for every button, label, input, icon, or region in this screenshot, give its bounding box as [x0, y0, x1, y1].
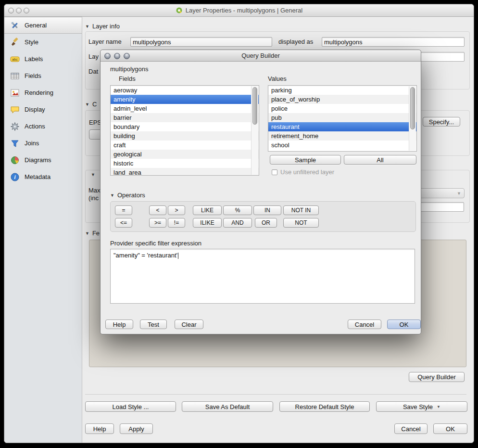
sidebar-item-metadata[interactable]: i Metadata — [4, 168, 82, 185]
window-titlebar: Layer Properties - multipolygons | Gener… — [4, 4, 474, 17]
speech-bubble-icon — [10, 105, 20, 115]
operator-in-button[interactable]: IN — [253, 205, 281, 215]
values-list-item[interactable]: place_of_worship — [268, 95, 416, 104]
clear-button[interactable]: Clear — [175, 320, 203, 329]
image-icon — [10, 88, 20, 98]
query-builder-button[interactable]: Query Builder — [409, 372, 465, 382]
save-as-default-button[interactable]: Save As Default — [182, 401, 273, 412]
fields-list-item[interactable]: barrier — [111, 113, 259, 122]
sidebar-item-joins[interactable]: Joins — [4, 135, 82, 152]
dialog-titlebar: Query Builder — [101, 50, 421, 62]
fields-list: aeroway amenity admin_level barrier boun… — [110, 85, 259, 176]
ok-button[interactable]: OK — [433, 423, 467, 434]
operator-lt-button[interactable]: < — [149, 205, 166, 215]
disclosure-triangle-icon[interactable]: ▼ — [85, 24, 89, 29]
fields-list-item[interactable]: admin_level — [111, 104, 259, 113]
filter-expression-textarea[interactable]: "amenity" = 'restaurant' — [110, 249, 415, 304]
qgis-logo-icon — [176, 7, 183, 14]
operator-ne-button[interactable]: != — [168, 218, 185, 228]
apply-button[interactable]: Apply — [120, 423, 153, 434]
dialog-close-button[interactable] — [104, 53, 111, 59]
values-list-item-selected[interactable]: restaurant — [268, 122, 416, 131]
layer-name-label: Layer name — [88, 37, 122, 47]
disclosure-triangle-icon[interactable]: ▼ — [110, 193, 114, 198]
values-list-item[interactable]: police — [268, 104, 416, 113]
dialog-cancel-button[interactable]: Cancel — [348, 320, 381, 329]
sidebar-item-labels[interactable]: abc Labels — [4, 51, 82, 67]
operator-ge-button[interactable]: >= — [149, 218, 166, 228]
operator-not-button[interactable]: NOT — [283, 218, 319, 228]
scrollbar-thumb[interactable] — [252, 87, 257, 125]
sidebar: General Style abc Labels Fields Renderin… — [4, 17, 82, 443]
operator-gt-button[interactable]: > — [168, 205, 185, 215]
specify-crs-button[interactable]: Specify... — [423, 117, 460, 127]
fields-list-item[interactable]: geological — [111, 150, 259, 159]
values-list-item[interactable]: parking — [268, 86, 416, 95]
close-button[interactable] — [8, 8, 14, 13]
operator-not-in-button[interactable]: NOT IN — [283, 205, 319, 215]
scrollbar-thumb[interactable] — [410, 87, 415, 129]
pie-chart-icon — [10, 155, 20, 165]
dialog-zoom-button[interactable] — [124, 53, 130, 59]
sidebar-item-fields[interactable]: Fields — [4, 67, 82, 84]
test-button[interactable]: Test — [140, 320, 167, 329]
values-list: parking place_of_worship police pub rest… — [268, 85, 417, 152]
operator-like-button[interactable]: LIKE — [193, 205, 222, 215]
operator-or-button[interactable]: OR — [255, 218, 277, 228]
operators-panel: = < > LIKE % IN NOT IN <= >= != ILIKE AN… — [110, 201, 416, 232]
operator-ilike-button[interactable]: ILIKE — [193, 218, 222, 228]
disclosure-triangle-icon[interactable]: ▼ — [85, 231, 89, 236]
all-button[interactable]: All — [344, 155, 416, 165]
sidebar-item-diagrams[interactable]: Diagrams — [4, 152, 82, 168]
text-caret — [178, 253, 178, 259]
sidebar-item-general[interactable]: General — [4, 17, 82, 34]
operator-eq-button[interactable]: = — [115, 205, 132, 215]
fields-list-item[interactable]: craft — [111, 141, 259, 150]
dialog-minimize-button[interactable] — [114, 53, 120, 59]
load-style-button[interactable]: Load Style ... — [85, 401, 176, 412]
values-scrollbar[interactable] — [409, 86, 416, 151]
cancel-button[interactable]: Cancel — [394, 423, 428, 434]
fields-list-item-selected[interactable]: amenity — [111, 95, 259, 104]
fields-scrollbar[interactable] — [251, 86, 258, 175]
sidebar-item-style[interactable]: Style — [4, 34, 82, 51]
layer-name-input[interactable] — [130, 37, 272, 47]
operator-percent-button[interactable]: % — [223, 205, 252, 215]
minimize-button[interactable] — [16, 8, 22, 13]
sidebar-item-actions[interactable]: Actions — [4, 118, 82, 135]
values-list-item[interactable]: pub — [268, 113, 416, 122]
fields-list-item[interactable]: aeroway — [111, 86, 259, 95]
use-unfiltered-label: Use unfiltered layer — [280, 168, 334, 176]
max-scale-label-fragment: Max — [88, 187, 101, 194]
operator-and-button[interactable]: AND — [223, 218, 252, 228]
chevron-down-icon: ▼ — [457, 191, 461, 196]
fields-list-item[interactable]: building — [111, 131, 259, 141]
sidebar-item-display[interactable]: Display — [4, 101, 82, 118]
fields-list-item[interactable]: land_area — [111, 168, 259, 176]
save-style-button[interactable]: Save Style ▼ — [376, 401, 467, 412]
layer-info-header: ▼ Layer info — [85, 23, 120, 30]
values-list-item[interactable]: school — [268, 141, 416, 150]
tools-icon — [10, 21, 20, 30]
sample-button[interactable]: Sample — [270, 155, 341, 165]
values-list-item[interactable]: retirement_home — [268, 131, 416, 141]
operator-le-button[interactable]: <= — [115, 218, 132, 228]
table-icon — [10, 71, 20, 81]
fields-list-item[interactable]: historic — [111, 159, 259, 168]
use-unfiltered-checkbox[interactable] — [272, 169, 277, 175]
disclosure-triangle-icon[interactable]: ▼ — [85, 102, 89, 107]
displayed-as-input[interactable] — [322, 37, 465, 47]
dialog-ok-button[interactable]: OK — [387, 320, 421, 329]
info-icon: i — [10, 172, 20, 182]
filter-expression-label: Provider specific filter expression — [110, 239, 201, 248]
sidebar-item-rendering[interactable]: Rendering — [4, 84, 82, 101]
help-button[interactable]: Help — [85, 423, 114, 434]
fields-list-item[interactable]: boundary — [111, 122, 259, 131]
restore-default-style-button[interactable]: Restore Default Style — [279, 401, 370, 412]
dialog-help-button[interactable]: Help — [105, 320, 133, 329]
disclosure-triangle-icon[interactable]: ▼ — [91, 172, 95, 177]
gear-icon — [10, 122, 20, 131]
divider — [85, 394, 466, 395]
zoom-button[interactable] — [24, 8, 29, 13]
fields-label: Fields — [119, 74, 136, 84]
